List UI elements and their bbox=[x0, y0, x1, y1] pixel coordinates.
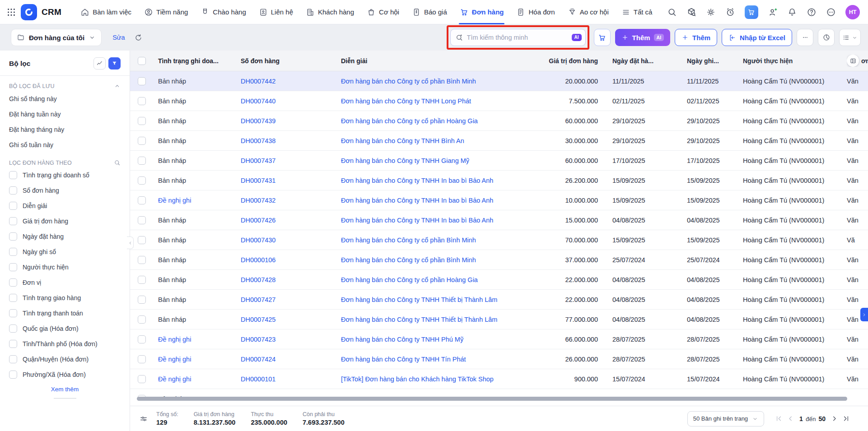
description-link[interactable]: Đơn hàng bán cho Công ty cổ phần Hoàng G… bbox=[341, 276, 547, 283]
checkbox[interactable] bbox=[9, 371, 17, 379]
column-header-7[interactable]: Người thực hiện bbox=[736, 57, 847, 65]
nav-item-quotes[interactable]: Báo giá bbox=[406, 0, 453, 24]
checkbox[interactable] bbox=[9, 186, 17, 195]
import-excel-button[interactable]: Nhập từ Excel bbox=[722, 29, 792, 46]
apps-grid-icon[interactable] bbox=[6, 7, 16, 17]
row-checkbox[interactable] bbox=[138, 77, 146, 85]
view-selector[interactable]: Đơn hàng của tôi bbox=[11, 29, 102, 46]
prev-page-button[interactable] bbox=[787, 415, 794, 422]
checkbox[interactable] bbox=[9, 309, 17, 317]
checkbox[interactable] bbox=[9, 217, 17, 225]
table-row-4[interactable]: Bản nhápDH0007438Đơn hàng bán cho Công t… bbox=[130, 131, 868, 151]
expand-panel-tab[interactable] bbox=[860, 308, 868, 321]
checkbox[interactable] bbox=[9, 232, 17, 241]
filter-field-item-2[interactable]: Số đơn hàng bbox=[9, 183, 121, 198]
order-number-link[interactable]: DH0007437 bbox=[241, 157, 341, 164]
cart-app-button[interactable] bbox=[745, 5, 758, 19]
smart-search-input[interactable] bbox=[467, 34, 568, 41]
filter-field-item-7[interactable]: Người thực hiện bbox=[9, 260, 121, 275]
user-plus-icon[interactable] bbox=[768, 7, 778, 17]
user-avatar[interactable]: HT bbox=[845, 5, 860, 19]
alarm-icon[interactable] bbox=[725, 7, 735, 17]
checkbox[interactable] bbox=[9, 294, 17, 302]
order-number-link[interactable]: DH0007439 bbox=[241, 117, 341, 125]
filter-field-item-12[interactable]: Tỉnh/Thành phố (Hóa đơn) bbox=[9, 336, 121, 352]
apps-grid-icon[interactable] bbox=[6, 7, 16, 17]
description-link[interactable]: Đơn hàng bán cho Công ty TNHH Tín Phát bbox=[341, 356, 547, 363]
description-link[interactable]: Đơn hàng bán cho Công ty TNHH In bao bì … bbox=[341, 177, 547, 184]
nav-item-all[interactable]: Tất cả bbox=[615, 0, 659, 24]
nav-item-sales-pitch[interactable]: Chào hàng bbox=[194, 0, 252, 24]
display-settings-icon[interactable] bbox=[139, 414, 148, 423]
description-link[interactable]: Đơn hàng bán cho Công ty cổ phần Hoàng G… bbox=[341, 117, 547, 125]
column-header-5[interactable]: Ngày đặt hà... bbox=[605, 57, 680, 65]
edit-view-link[interactable]: Sửa bbox=[112, 34, 125, 41]
filter-field-item-13[interactable]: Quận/Huyện (Hóa đơn) bbox=[9, 352, 121, 367]
table-row-8[interactable]: Bản nhápDH0007426Đơn hàng bán cho Công t… bbox=[130, 210, 868, 230]
order-number-link[interactable]: DH0000101 bbox=[241, 375, 341, 383]
description-link[interactable]: Đơn hàng bán cho Công ty TNHH In bao bì … bbox=[341, 217, 547, 224]
table-row-9[interactable]: Bản nhápDH0007430Đơn hàng bán cho Công t… bbox=[130, 230, 868, 250]
order-number-link[interactable]: DH0000106 bbox=[241, 256, 341, 264]
saved-filter-item-1[interactable]: Ghi sổ tháng này bbox=[9, 91, 121, 107]
column-header-2[interactable]: Số đơn hàng bbox=[241, 57, 341, 65]
checkbox[interactable] bbox=[9, 248, 17, 256]
more-actions-button[interactable] bbox=[797, 29, 813, 46]
horizontal-scrollbar[interactable] bbox=[137, 397, 847, 401]
chart-report-button[interactable] bbox=[818, 29, 835, 46]
refresh-icon[interactable] bbox=[134, 33, 143, 42]
filter-field-item-5[interactable]: Ngày đặt hàng bbox=[9, 229, 121, 244]
description-link[interactable]: Đơn hàng bán cho Công ty TNHH Phú Mỹ bbox=[341, 336, 547, 343]
row-checkbox[interactable] bbox=[138, 196, 146, 204]
table-row-2[interactable]: Bản nhápDH0007440Đơn hàng bán cho Công t… bbox=[130, 91, 868, 111]
order-number-link[interactable]: DH0007430 bbox=[241, 236, 341, 244]
checkbox[interactable] bbox=[9, 340, 17, 348]
next-page-button[interactable] bbox=[831, 415, 838, 422]
chevron-up-icon[interactable] bbox=[114, 83, 121, 89]
saved-filter-item-3[interactable]: Đặt hàng tháng này bbox=[9, 122, 121, 137]
first-page-button[interactable] bbox=[775, 415, 783, 422]
package-search-icon[interactable] bbox=[686, 7, 696, 17]
add-ai-button[interactable]: Thêm AI bbox=[615, 29, 671, 46]
search-icon[interactable] bbox=[114, 159, 121, 166]
filter-field-item-4[interactable]: Giá trị đơn hàng bbox=[9, 213, 121, 229]
description-link[interactable]: Đơn hàng bán cho Công ty cổ phần Bình Mi… bbox=[341, 78, 547, 85]
filter-field-item-1[interactable]: Tình trạng ghi doanh số bbox=[9, 167, 121, 183]
filter-field-item-8[interactable]: Đơn vị bbox=[9, 275, 121, 290]
table-row-5[interactable]: Bản nhápDH0007437Đơn hàng bán cho Công t… bbox=[130, 151, 868, 171]
order-number-link[interactable]: DH0007427 bbox=[241, 296, 341, 303]
order-number-link[interactable]: DH0007440 bbox=[241, 97, 341, 105]
row-checkbox[interactable] bbox=[138, 296, 146, 304]
order-number-link[interactable]: DH0007425 bbox=[241, 316, 341, 323]
sidebar-collapse-handle[interactable] bbox=[127, 236, 134, 249]
nav-item-opportunity-pool[interactable]: Ao cơ hội bbox=[561, 0, 615, 24]
table-row-partial[interactable]: Bản nháp bbox=[130, 389, 868, 397]
table-row-11[interactable]: Bản nhápDH0007428Đơn hàng bán cho Công t… bbox=[130, 270, 868, 290]
order-number-link[interactable]: DH0007442 bbox=[241, 78, 341, 85]
table-row-1[interactable]: Bản nhápDH0007442Đơn hàng bán cho Công t… bbox=[130, 71, 868, 91]
chart-toggle-button[interactable] bbox=[93, 57, 106, 70]
bell-icon[interactable] bbox=[787, 7, 797, 17]
checkbox[interactable] bbox=[9, 171, 17, 179]
row-checkbox[interactable] bbox=[138, 315, 146, 324]
description-link[interactable]: Đơn hàng bán cho Công ty TNHH Giang Mỹ bbox=[341, 157, 547, 164]
gear-icon[interactable] bbox=[706, 7, 716, 17]
description-link[interactable]: Đơn hàng bán cho Công ty TNHH In bao bì … bbox=[341, 197, 547, 204]
nav-item-orders[interactable]: Đơn hàng bbox=[453, 0, 510, 24]
column-header-4[interactable]: Giá trị đơn hàng bbox=[547, 57, 605, 65]
saved-filter-item-4[interactable]: Ghi sổ tuần này bbox=[9, 137, 121, 153]
nav-item-leads[interactable]: Tiềm năng bbox=[138, 0, 194, 24]
table-row-3[interactable]: Bản nhápDH0007439Đơn hàng bán cho Công t… bbox=[130, 111, 868, 131]
row-checkbox[interactable] bbox=[138, 276, 146, 284]
filter-toggle-button[interactable] bbox=[108, 57, 121, 70]
row-checkbox[interactable] bbox=[138, 355, 146, 363]
chevron-up-icon[interactable] bbox=[114, 83, 121, 89]
search-icon[interactable] bbox=[667, 7, 677, 17]
description-link[interactable]: Đơn hàng bán cho Công ty TNHH Thiết bị T… bbox=[341, 316, 547, 323]
description-link[interactable]: [TikTok] Đơn hàng bán cho Khách hàng Tik… bbox=[341, 375, 547, 383]
order-number-link[interactable]: DH0007431 bbox=[241, 177, 341, 184]
row-checkbox[interactable] bbox=[138, 236, 146, 244]
table-row-15[interactable]: Đề nghị ghiDH0007424Đơn hàng bán cho Côn… bbox=[130, 349, 868, 369]
checkbox[interactable] bbox=[9, 202, 17, 210]
row-checkbox[interactable] bbox=[138, 216, 146, 224]
